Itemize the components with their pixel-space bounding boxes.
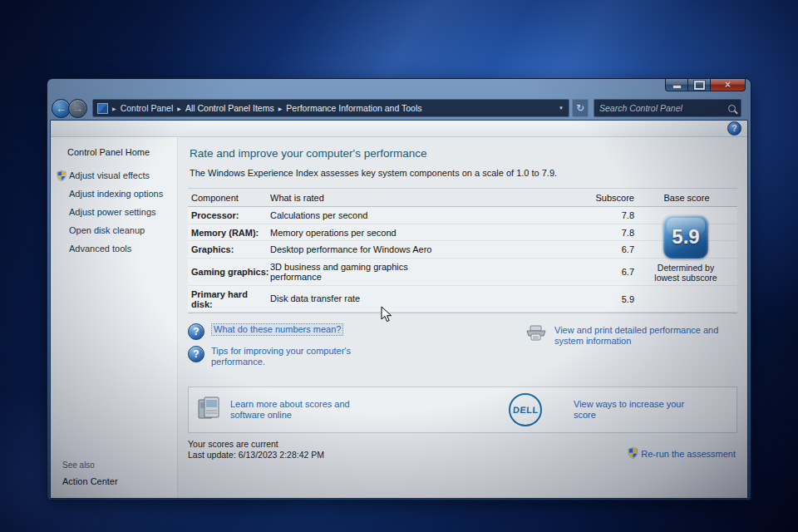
search-icon[interactable] bbox=[728, 105, 736, 112]
promo-box: Learn more about scores and software onl… bbox=[188, 387, 737, 433]
monitor-screen: × ← → ▶ Control Panel ▶ All Control Pane… bbox=[0, 0, 798, 532]
component-name: Primary hard disk: bbox=[191, 289, 270, 309]
control-panel-icon bbox=[97, 103, 108, 114]
sidebar-item-action-center[interactable]: Action Center bbox=[62, 476, 177, 486]
uac-shield-icon bbox=[628, 447, 638, 461]
breadcrumb-separator-icon: ▶ bbox=[176, 106, 182, 111]
search-input[interactable] bbox=[598, 102, 728, 114]
subscore-value: 7.8 bbox=[579, 228, 638, 238]
rerun-assessment-link[interactable]: Re-run the assessment bbox=[641, 449, 736, 460]
what-do-these-numbers-mean-link[interactable]: What do these numbers mean? bbox=[211, 323, 343, 336]
address-dropdown-icon[interactable]: ▼ bbox=[555, 106, 567, 111]
column-header-what-is-rated: What is rated bbox=[270, 193, 579, 203]
sidebar-item-adjust-power-settings[interactable]: Adjust power settings bbox=[69, 207, 177, 218]
explorer-window: × ← → ▶ Control Panel ▶ All Control Pane… bbox=[47, 79, 751, 500]
sidebar-item-adjust-visual-effects[interactable]: Adjust visual effects bbox=[69, 170, 177, 181]
what-is-rated: Disk data transfer rate bbox=[270, 293, 579, 304]
minimize-button[interactable] bbox=[665, 79, 688, 91]
what-is-rated: 3D business and gaming graphics performa… bbox=[270, 262, 579, 283]
subscore-value: 6.7 bbox=[579, 244, 638, 254]
tips-for-improving-link[interactable]: Tips for improving your computer's perfo… bbox=[211, 346, 377, 367]
dell-logo: DELL bbox=[509, 393, 542, 426]
what-is-rated: Desktop performance for Windows Aero bbox=[270, 244, 579, 255]
sidebar-item-advanced-tools[interactable]: Advanced tools bbox=[69, 244, 177, 254]
maximize-button[interactable] bbox=[688, 79, 711, 91]
footer: Your scores are current Last update: 6/1… bbox=[188, 439, 737, 461]
printer-icon bbox=[525, 325, 547, 345]
help-icon[interactable]: ? bbox=[727, 121, 741, 135]
close-icon: × bbox=[725, 80, 731, 90]
sidebar-item-control-panel-home[interactable]: Control Panel Home bbox=[67, 147, 177, 157]
software-boxes-icon bbox=[197, 395, 222, 425]
table-header: Component What is rated Subscore Base sc… bbox=[188, 189, 737, 207]
breadcrumb-all-items[interactable]: All Control Panel Items bbox=[182, 103, 278, 113]
component-name: Memory (RAM): bbox=[191, 228, 270, 238]
base-score-badge: 5.9 bbox=[663, 215, 708, 259]
breadcrumb-separator-icon: ▶ bbox=[278, 106, 283, 111]
sidebar: Control Panel Home Adjust visual effects… bbox=[51, 137, 178, 498]
rerun-assessment[interactable]: Re-run the assessment bbox=[628, 447, 736, 461]
main-content: Rate and improve your computer's perform… bbox=[178, 137, 747, 498]
subscore-value: 7.8 bbox=[579, 210, 638, 220]
column-header-base-score: Base score bbox=[638, 193, 736, 203]
page-subtitle: The Windows Experience Index assesses ke… bbox=[190, 168, 737, 178]
page-title: Rate and improve your computer's perform… bbox=[190, 147, 737, 160]
table-row-primary-hard-disk: Primary hard disk: Disk data transfer ra… bbox=[188, 286, 737, 313]
help-links-section: ? What do these numbers mean? ? Tips for… bbox=[188, 323, 737, 373]
sidebar-item-adjust-indexing-options[interactable]: Adjust indexing options bbox=[69, 189, 177, 200]
see-also-label: See also bbox=[62, 461, 177, 470]
what-is-rated: Calculations per second bbox=[270, 210, 579, 221]
score-table: Processor: Calculations per second 7.8 M… bbox=[188, 207, 737, 313]
address-bar[interactable]: ▶ Control Panel ▶ All Control Panel Item… bbox=[92, 99, 569, 117]
maximize-icon bbox=[694, 81, 705, 90]
window-content: ? Control Panel Home Adjust visual effec… bbox=[50, 120, 748, 499]
toolbar-strip: ? bbox=[51, 121, 747, 137]
question-mark-icon: ? bbox=[188, 323, 204, 340]
caption-buttons: × bbox=[665, 79, 746, 91]
breadcrumb-control-panel[interactable]: Control Panel bbox=[117, 103, 177, 113]
subscore-value: 5.9 bbox=[579, 294, 638, 304]
breadcrumb-separator-icon: ▶ bbox=[111, 106, 117, 111]
component-name: Graphics: bbox=[191, 244, 270, 254]
search-box[interactable] bbox=[594, 99, 741, 117]
close-button[interactable]: × bbox=[711, 79, 746, 91]
minimize-icon bbox=[672, 85, 682, 89]
column-header-subscore: Subscore bbox=[579, 193, 638, 203]
question-mark-icon: ? bbox=[188, 346, 204, 362]
column-header-component: Component bbox=[191, 193, 270, 203]
component-name: Processor: bbox=[191, 210, 270, 220]
title-bar[interactable]: × bbox=[50, 79, 748, 96]
view-and-print-link[interactable]: View and print detailed performance and … bbox=[554, 325, 733, 347]
breadcrumb-performance-tools[interactable]: Performance Information and Tools bbox=[283, 103, 425, 113]
base-score-cell: 5.9 Determined by lowest subscore bbox=[646, 215, 726, 283]
navigation-bar: ← → ▶ Control Panel ▶ All Control Panel … bbox=[50, 96, 748, 120]
base-score-caption: Determined by lowest subscore bbox=[646, 263, 726, 283]
view-ways-increase-score-link[interactable]: View ways to increase your score bbox=[574, 399, 695, 421]
uac-shield-icon bbox=[57, 170, 66, 184]
component-name: Gaming graphics: bbox=[191, 267, 270, 277]
sidebar-item-open-disk-cleanup[interactable]: Open disk cleanup bbox=[69, 225, 177, 236]
forward-button[interactable]: → bbox=[68, 99, 87, 118]
learn-more-link[interactable]: Learn more about scores and software onl… bbox=[230, 399, 384, 421]
what-is-rated: Memory operations per second bbox=[270, 228, 579, 239]
refresh-button[interactable]: ↻ bbox=[572, 99, 589, 117]
sidebar-item-label: Adjust visual effects bbox=[69, 170, 150, 180]
subscore-value: 6.7 bbox=[579, 267, 638, 277]
